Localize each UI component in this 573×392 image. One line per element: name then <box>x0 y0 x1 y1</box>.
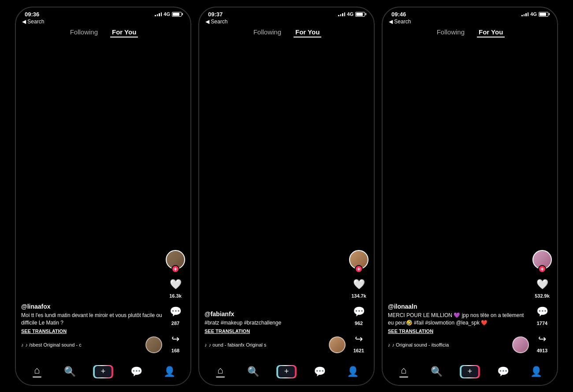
right-actions-2: + 🤍 134.7k 💬 962 ↪ 1621 <box>349 250 368 353</box>
create-btn-2: + <box>276 365 297 378</box>
signal-icon-3 <box>521 12 528 16</box>
share-icon-3: ↪ <box>534 331 550 347</box>
status-icons-2: 4G <box>338 11 365 17</box>
share-action-1[interactable]: ↪ 168 <box>167 331 183 353</box>
nav-inbox-3[interactable]: 💬 <box>493 367 513 377</box>
home-icon-1: ⌂ <box>34 366 40 375</box>
nav-inbox-1[interactable]: 💬 <box>127 367 146 377</box>
bottom-nav-1: ⌂ 🔍 + 💬 👤 <box>16 358 190 385</box>
search-icon-3: 🔍 <box>431 367 443 377</box>
share-count-1: 168 <box>171 348 179 353</box>
nav-home-1[interactable]: ⌂ <box>27 366 47 377</box>
tab-following-3[interactable]: Following <box>435 27 466 37</box>
share-count-3: 4913 <box>537 348 547 353</box>
phones-container: 09:36 4G ◀ Search <box>15 7 558 386</box>
avatar-wrap-3[interactable]: + <box>532 250 552 269</box>
username-1[interactable]: @linaafox <box>21 303 162 310</box>
back-search-1[interactable]: ◀ Search <box>16 18 190 25</box>
music-icon-3: ♪ <box>388 342 391 347</box>
see-translation-2[interactable]: SEE TRANSLATION <box>205 329 346 334</box>
comment-count-3: 1774 <box>537 321 547 326</box>
create-btn-3: + <box>460 365 480 378</box>
left-content-1: @linaafox Moi tt l'es lundi matin devant… <box>21 303 162 353</box>
profile-icon-3: 👤 <box>530 367 542 377</box>
like-action-1[interactable]: 🤍 16.3k <box>167 276 183 299</box>
nav-create-3[interactable]: + <box>460 365 480 378</box>
search-icon-2: 🔍 <box>247 367 259 377</box>
phone-3: TikT 09:46 4G ◀ Search <box>382 7 558 386</box>
bottom-content-2: @fabianfx #bratz #makeup #bratzchallenge… <box>199 250 374 358</box>
home-underline-1 <box>33 377 41 377</box>
battery-icon-3 <box>539 12 548 17</box>
nav-search-1[interactable]: 🔍 <box>60 367 80 377</box>
username-3[interactable]: @ilonaaln <box>388 303 529 310</box>
tab-foryou-1[interactable]: For You <box>110 27 138 37</box>
signal-icon-1 <box>155 12 162 16</box>
nav-tabs-2: Following For You <box>199 25 374 40</box>
like-action-2[interactable]: 🤍 134.7k <box>351 276 367 299</box>
comment-action-3[interactable]: 💬 1774 <box>534 304 550 326</box>
nav-home-3[interactable]: ⌂ <box>394 366 413 377</box>
caption-3: MERCI POUR LE MILLION 💜 jpp nos tête on … <box>388 312 529 327</box>
nav-create-2[interactable]: + <box>277 365 296 378</box>
bottom-nav-3: ⌂ 🔍 + 💬 👤 <box>383 358 557 385</box>
tab-foryou-2[interactable]: For You <box>294 27 321 37</box>
status-bar-3: 09:46 4G <box>383 7 557 18</box>
status-icons-1: 4G <box>155 11 182 17</box>
see-translation-3[interactable]: SEE TRANSLATION <box>388 329 529 334</box>
share-icon-2: ↪ <box>351 331 367 347</box>
comment-action-1[interactable]: 💬 287 <box>167 304 183 326</box>
inbox-icon-1: 💬 <box>130 367 142 377</box>
username-2[interactable]: @fabianfx <box>205 310 346 317</box>
nav-create-1[interactable]: + <box>93 365 113 378</box>
left-content-3: @ilonaaln MERCI POUR LE MILLION 💜 jpp no… <box>388 303 529 353</box>
heart-icon-3: 🤍 <box>534 276 550 292</box>
comment-count-2: 962 <box>355 321 363 326</box>
nav-search-3[interactable]: 🔍 <box>427 367 446 377</box>
share-action-2[interactable]: ↪ 1621 <box>351 331 367 353</box>
back-search-2[interactable]: ◀ Search <box>199 18 374 25</box>
avatar-wrap-1[interactable]: + <box>166 250 185 269</box>
heart-icon-2: 🤍 <box>351 276 367 292</box>
inbox-icon-3: 💬 <box>497 367 509 377</box>
heart-icon-1: 🤍 <box>167 276 183 292</box>
nav-home-2[interactable]: ⌂ <box>211 366 230 377</box>
nav-inbox-2[interactable]: 💬 <box>310 367 329 377</box>
music-icon-1: ♪ <box>21 342 24 347</box>
battery-icon-2 <box>355 12 365 17</box>
follow-plus-2[interactable]: + <box>355 265 363 273</box>
tab-foryou-3[interactable]: For You <box>477 27 505 37</box>
inbox-icon-2: 💬 <box>314 367 326 377</box>
nav-profile-3[interactable]: 👤 <box>526 367 546 377</box>
nav-profile-2[interactable]: 👤 <box>343 367 362 377</box>
avatar-wrap-2[interactable]: + <box>349 250 368 269</box>
comment-icon-3: 💬 <box>534 304 550 320</box>
nav-search-2[interactable]: 🔍 <box>244 367 263 377</box>
profile-icon-2: 👤 <box>347 367 359 377</box>
follow-plus-3[interactable]: + <box>538 265 546 273</box>
back-search-3[interactable]: ◀ Search <box>383 18 557 25</box>
left-content-2: @fabianfx #bratz #makeup #bratzchallenge… <box>205 310 346 353</box>
like-action-3[interactable]: 🤍 532.9k <box>534 276 550 299</box>
nav-profile-1[interactable]: 👤 <box>160 367 179 377</box>
time-1: 09:36 <box>25 11 39 18</box>
disc-avatar-3 <box>512 336 529 353</box>
nav-tabs-3: Following For You <box>383 25 557 40</box>
status-bar-2: 09:37 4G <box>199 7 374 18</box>
like-count-1: 16.3k <box>169 293 182 299</box>
create-btn-1: + <box>93 365 113 378</box>
share-action-3[interactable]: ↪ 4913 <box>534 331 550 353</box>
status-bar-1: 09:36 4G <box>16 7 190 18</box>
phone-1: 09:36 4G ◀ Search <box>15 7 191 386</box>
see-translation-1[interactable]: SEE TRANSLATION <box>21 329 162 334</box>
share-icon-1: ↪ <box>167 331 183 347</box>
caption-1: Moi tt l'es lundi matin devant le miroir… <box>21 312 162 327</box>
comment-action-2[interactable]: 💬 962 <box>351 304 367 326</box>
status-icons-3: 4G <box>521 11 548 17</box>
tab-following-2[interactable]: Following <box>252 27 283 37</box>
follow-plus-1[interactable]: + <box>171 265 179 273</box>
tab-following-1[interactable]: Following <box>68 27 100 37</box>
time-3: 09:46 <box>391 11 406 18</box>
home-icon-3: ⌂ <box>401 366 406 375</box>
bottom-content-3: @ilonaaln MERCI POUR LE MILLION 💜 jpp no… <box>383 250 557 358</box>
